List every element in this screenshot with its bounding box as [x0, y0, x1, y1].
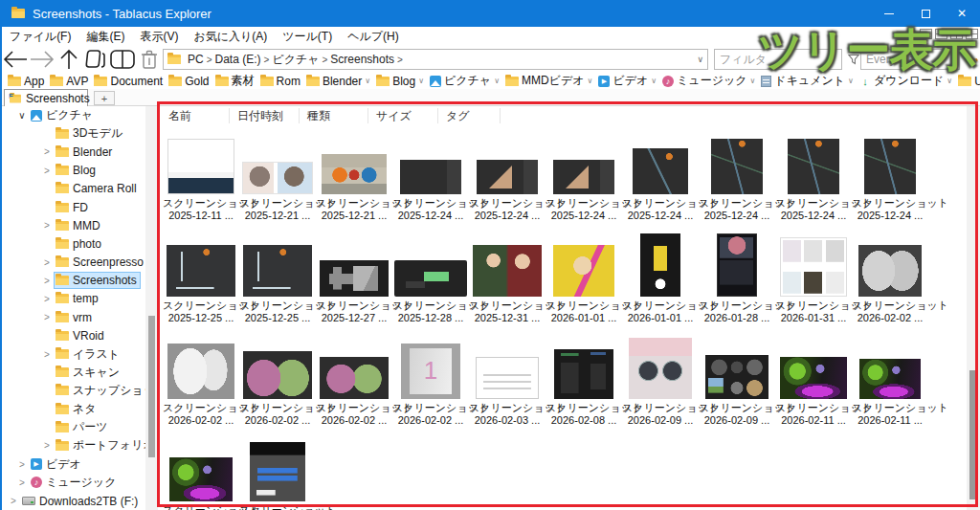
- tree-expander-icon[interactable]: >: [7, 496, 20, 506]
- tree-expander-icon[interactable]: >: [40, 257, 54, 268]
- tree-item-ビデオ[interactable]: >▶ビデオ: [2, 455, 145, 474]
- link-Blog[interactable]: Blog∨: [376, 75, 424, 88]
- file-item[interactable]: スクリーンショット2025-12-24 ...: [469, 125, 546, 228]
- tree-scrollbar[interactable]: [145, 106, 158, 510]
- up-button[interactable]: [56, 46, 82, 73]
- link-AVP[interactable]: AVP: [50, 75, 88, 88]
- layout-single-icon[interactable]: [920, 29, 932, 39]
- split-view-button[interactable]: [109, 46, 136, 73]
- tab-screenshots[interactable]: E Screenshots: [4, 89, 88, 106]
- file-list-scrollbar[interactable]: [967, 106, 980, 510]
- everything-search-input[interactable]: Everything: [860, 49, 960, 70]
- tree-item-vrm[interactable]: >vrm: [2, 308, 145, 326]
- tree-expander-icon[interactable]: >: [40, 312, 54, 322]
- file-item[interactable]: スクリーンショット2025-12-25 ...: [239, 228, 316, 330]
- link-chevron-icon[interactable]: ∨: [418, 77, 424, 85]
- tree-expander-icon[interactable]: ∨: [15, 110, 29, 121]
- file-item[interactable]: スクリーンショット2025-12-27 ...: [316, 228, 392, 330]
- file-item[interactable]: スクリーンショット2025-12-24 ...: [622, 125, 699, 228]
- tree-item-ポートフォリオ[interactable]: >ポートフォリオ: [2, 436, 145, 455]
- menu-t[interactable]: ツール(T): [275, 27, 340, 46]
- file-item[interactable]: スクリーンショット2026-01-31 ...: [775, 228, 852, 330]
- tree-item-Screenshots[interactable]: >Screenshots: [2, 272, 145, 290]
- link-App[interactable]: App: [8, 75, 44, 88]
- layout-split-horizontal-icon[interactable]: [935, 29, 947, 39]
- link-chevron-icon[interactable]: ∨: [494, 77, 500, 85]
- file-item[interactable]: スクリーンショット2026-02-08 ...: [546, 330, 622, 432]
- tree-expander-icon[interactable]: >: [40, 440, 54, 451]
- link-素材[interactable]: 素材: [215, 73, 255, 89]
- link-ミュージック[interactable]: ♪ミュージック∨: [662, 73, 755, 89]
- tree-expander-icon[interactable]: >: [40, 276, 54, 286]
- column-header-サイズ[interactable]: サイズ: [368, 108, 438, 123]
- maximize-button[interactable]: [907, 0, 944, 27]
- link-Blender[interactable]: Blender∨: [306, 75, 370, 88]
- tree-item-FD[interactable]: FD: [2, 198, 145, 216]
- filter-input[interactable]: フィルタ: [714, 49, 842, 70]
- tree-expander-icon[interactable]: >: [15, 477, 29, 488]
- column-header-種類[interactable]: 種類: [300, 108, 368, 123]
- address-bar[interactable]: PC>Data (E:)>ピクチャ>Screenshots> ∨: [163, 49, 708, 70]
- filter-funnel-icon[interactable]: [848, 54, 859, 65]
- tree-scrollbar-thumb[interactable]: [148, 316, 155, 457]
- file-item[interactable]: スクリーンショット2025-12-28 ...: [392, 228, 469, 330]
- file-item[interactable]: スクリーンショット2026-02-03 ...: [469, 330, 546, 432]
- tree-expander-icon[interactable]: >: [40, 146, 54, 157]
- layout-grid-icon[interactable]: [966, 29, 978, 39]
- file-item[interactable]: スクリーンショット2025-12-24 ...: [392, 125, 469, 228]
- file-item[interactable]: スクリーンショット: [239, 432, 316, 510]
- tree-item-ピクチャ[interactable]: ∨ピクチャ: [2, 106, 145, 124]
- link-Unity[interactable]: Unity∨: [958, 75, 980, 88]
- file-item[interactable]: スクリーンショット2026-02-09 ...: [622, 330, 699, 432]
- link-MMDビデオ[interactable]: MMDビデオ∨: [505, 73, 592, 89]
- file-item[interactable]: スクリーンショット2026-02-02 ...: [163, 330, 239, 432]
- menu-f[interactable]: ファイル(F): [2, 27, 78, 46]
- file-item[interactable]: スクリーンショット2026-02-11 ...: [852, 330, 928, 432]
- tree-item-パーツ[interactable]: パーツ: [2, 418, 145, 436]
- tree-item-スナップショット[interactable]: スナップショット: [2, 382, 145, 400]
- tree-item-Downloads2TB (F:)[interactable]: >Downloads2TB (F:): [2, 492, 145, 510]
- breadcrumb-segment[interactable]: Screenshots: [327, 53, 397, 66]
- tree-item-photo[interactable]: photo: [2, 234, 145, 253]
- file-item[interactable]: スクリーンショット: [163, 432, 239, 510]
- file-item[interactable]: スクリーンショット2025-12-21 ...: [316, 125, 392, 228]
- file-item[interactable]: スクリーンショット2025-12-24 ...: [546, 125, 622, 228]
- new-tab-button[interactable]: +: [94, 91, 115, 105]
- layout-split-vertical-icon[interactable]: [950, 29, 963, 39]
- tree-expander-icon[interactable]: >: [40, 220, 54, 231]
- tree-item-イラスト[interactable]: >イラスト: [2, 344, 145, 363]
- file-item[interactable]: スクリーンショット2026-01-01 ...: [546, 228, 622, 330]
- address-dropdown-icon[interactable]: ∨: [697, 55, 703, 64]
- file-item[interactable]: スクリーンショット2026-02-02 ...: [392, 330, 469, 432]
- file-item[interactable]: スクリーンショット2025-12-11 ...: [163, 125, 239, 228]
- link-chevron-icon[interactable]: ∨: [749, 77, 755, 85]
- column-header-名前[interactable]: 名前: [161, 108, 230, 123]
- breadcrumb-segment[interactable]: ピクチャ: [269, 52, 322, 68]
- file-item[interactable]: スクリーンショット2026-01-28 ...: [699, 228, 775, 330]
- link-chevron-icon[interactable]: ∨: [365, 77, 370, 85]
- file-item[interactable]: スクリーンショット2026-02-02 ...: [316, 330, 392, 432]
- link-ダウンロード[interactable]: ↓ダウンロード∨: [859, 73, 952, 89]
- tree-item-Blog[interactable]: >Blog: [2, 162, 145, 180]
- search-key-icon[interactable]: [965, 53, 978, 66]
- link-Rom[interactable]: Rom: [260, 75, 301, 88]
- tree-item-VRoid[interactable]: VRoid: [2, 326, 145, 344]
- link-Document[interactable]: Document: [94, 75, 163, 88]
- link-chevron-icon[interactable]: ∨: [651, 77, 657, 85]
- file-item[interactable]: スクリーンショット2025-12-25 ...: [163, 228, 239, 330]
- column-header-日付時刻[interactable]: 日付時刻: [230, 108, 300, 123]
- column-header-タグ[interactable]: タグ: [438, 108, 501, 123]
- file-item[interactable]: スクリーンショット2026-02-11 ...: [775, 330, 852, 432]
- menu-a[interactable]: お気に入り(A): [186, 27, 275, 46]
- link-ビデオ[interactable]: ▶ビデオ∨: [598, 73, 657, 89]
- menu-e[interactable]: 編集(E): [78, 27, 132, 46]
- file-item[interactable]: スクリーンショット2025-12-31 ...: [469, 228, 546, 330]
- forward-button[interactable]: [29, 46, 56, 73]
- tree-item-Blender[interactable]: >Blender: [2, 143, 145, 161]
- file-item[interactable]: スクリーンショット2026-02-09 ...: [699, 330, 775, 432]
- link-chevron-icon[interactable]: ∨: [848, 77, 854, 85]
- tree-expander-icon[interactable]: >: [40, 166, 54, 176]
- back-button[interactable]: [2, 46, 29, 73]
- tree-item-3Dモデル[interactable]: 3Dモデル: [2, 124, 145, 143]
- file-item[interactable]: スクリーンショット2025-12-21 ...: [239, 125, 316, 228]
